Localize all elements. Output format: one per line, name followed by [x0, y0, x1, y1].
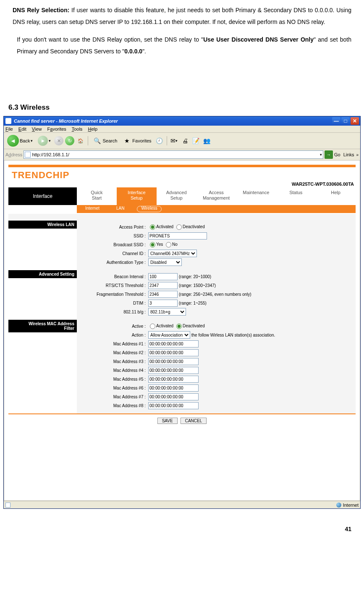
- home-button[interactable]: 🏠: [76, 136, 85, 145]
- address-input[interactable]: http://192.168.1.1/ ▾: [24, 150, 323, 159]
- section-heading: 6.3 Wireless: [8, 103, 364, 112]
- label-dtim: DTIM :: [77, 301, 148, 305]
- subtab-wireless[interactable]: Wireless: [133, 205, 165, 213]
- save-button[interactable]: SAVE: [157, 418, 178, 424]
- go-button[interactable]: →: [325, 150, 333, 159]
- status-text: Internet: [343, 503, 359, 508]
- mac3-input[interactable]: [148, 358, 199, 365]
- status-bar: Internet: [4, 501, 360, 508]
- label-mac1: Mac Address #1 :: [77, 342, 148, 346]
- history-button[interactable]: 🕘: [155, 136, 164, 145]
- forward-button[interactable]: ► ▾: [36, 135, 52, 147]
- tab-interface-setup[interactable]: Interface Setup: [117, 187, 157, 205]
- ssid-input[interactable]: [148, 232, 207, 240]
- label-mac7: Mac Address #7 :: [77, 395, 148, 399]
- tab-status[interactable]: Status: [276, 187, 316, 205]
- rts-input[interactable]: [148, 282, 178, 289]
- auth-select[interactable]: Disabled: [148, 258, 182, 266]
- mac8-input[interactable]: [148, 402, 199, 409]
- label-mac8: Mac Address #8 :: [77, 403, 148, 408]
- label-action: Action :: [77, 333, 148, 337]
- label-ssid: SSID :: [77, 234, 148, 238]
- menu-edit[interactable]: Edit: [18, 126, 26, 132]
- dtim-input[interactable]: [148, 300, 178, 307]
- messenger-button[interactable]: 👥: [202, 136, 212, 145]
- stop-button[interactable]: ✕: [54, 136, 63, 145]
- radio-bssid-no[interactable]: [166, 242, 171, 247]
- menu-help[interactable]: Help: [88, 126, 97, 132]
- search-icon: 🔍: [92, 136, 102, 145]
- edit-button[interactable]: 📝: [191, 136, 201, 145]
- back-button[interactable]: ◄ Back ▾: [5, 134, 34, 147]
- favorites-button[interactable]: ★Favorites: [120, 135, 153, 146]
- frag-input[interactable]: [148, 291, 178, 298]
- back-arrow-icon: ◄: [7, 135, 19, 147]
- menu-tools[interactable]: Tools: [72, 126, 83, 132]
- window-title: Cannot find server - Microsoft Internet …: [13, 118, 332, 124]
- section-advanced: Advanced Setting: [8, 270, 77, 278]
- globe-icon: [336, 503, 341, 508]
- label-channel-id: Channel ID :: [77, 251, 148, 256]
- radio-ap-activated[interactable]: [150, 224, 155, 230]
- search-button[interactable]: 🔍Search: [91, 135, 119, 146]
- tab-help[interactable]: Help: [316, 187, 356, 205]
- tab-quick-start[interactable]: Quick Start: [77, 187, 117, 205]
- minimize-button[interactable]: —: [332, 117, 340, 125]
- separator: [167, 136, 167, 145]
- go-label: Go: [334, 152, 340, 157]
- label-frag: Fragmentation Threshold :: [77, 292, 148, 297]
- mac6-input[interactable]: [148, 384, 199, 392]
- doc-paragraph-dns: DNS Rely Selection: If user wants to dis…: [13, 4, 351, 28]
- mail-button[interactable]: ✉▾: [170, 136, 179, 145]
- tab-access-management[interactable]: Access Management: [196, 187, 236, 205]
- label-mac5: Mac Address #5 :: [77, 377, 148, 382]
- page-icon: [25, 152, 31, 158]
- subtab-lan[interactable]: LAN: [108, 205, 133, 213]
- mode-select[interactable]: 802.11b+g: [148, 308, 186, 316]
- star-icon: ★: [122, 136, 131, 145]
- close-button[interactable]: ✕: [351, 117, 359, 125]
- tab-advanced-setup[interactable]: Advanced Setup: [157, 187, 196, 205]
- subtab-internet[interactable]: Internet: [77, 205, 108, 213]
- page-icon: [5, 503, 10, 508]
- mac1-input[interactable]: [148, 340, 199, 347]
- separator: [88, 136, 88, 145]
- menu-view[interactable]: View: [32, 126, 42, 132]
- chevron-down-icon: ▾: [31, 139, 33, 143]
- radio-bssid-yes[interactable]: [150, 242, 155, 247]
- radio-ap-deactivated[interactable]: [176, 224, 182, 230]
- main-tabs: Interface Quick Start Interface Setup Ad…: [8, 187, 356, 205]
- mac4-input[interactable]: [148, 367, 199, 374]
- dns-bold: DNS Rely Selection:: [13, 7, 69, 13]
- mac7-input[interactable]: [148, 393, 199, 400]
- label-mac3: Mac Address #3 :: [77, 359, 148, 364]
- sub-tabs: Internet LAN Wireless: [8, 205, 356, 213]
- forward-arrow-icon: ►: [38, 136, 48, 146]
- label-rts: RTS/CTS Threshold :: [77, 283, 148, 288]
- channel-select[interactable]: Channel06 2437MHz: [148, 250, 197, 257]
- chevron-down-icon: ▾: [49, 139, 51, 143]
- radio-filter-deactivated[interactable]: [176, 324, 182, 329]
- chevron-down-icon[interactable]: ▾: [320, 153, 322, 157]
- mac2-input[interactable]: [148, 349, 199, 356]
- refresh-button[interactable]: ↻: [65, 136, 74, 145]
- maximize-button[interactable]: □: [341, 117, 350, 125]
- chevron-right-icon[interactable]: »: [356, 153, 359, 157]
- radio-filter-activated[interactable]: [150, 324, 155, 329]
- page-number: 41: [0, 526, 351, 532]
- menu-favorites[interactable]: Favorites: [47, 126, 66, 132]
- section-wireless-lan: Wireless LAN: [8, 221, 77, 229]
- label-active: Active :: [77, 324, 148, 329]
- mac5-input[interactable]: [148, 376, 199, 383]
- firmware-version: WAR25TC-WPT.030606.00TA: [4, 182, 354, 187]
- cancel-button[interactable]: CANCEL: [181, 418, 207, 424]
- links-label[interactable]: Links: [343, 152, 354, 157]
- ie-icon: [5, 118, 11, 124]
- label-beacon: Beacon Interval :: [77, 274, 148, 279]
- label-access-point: Access Point :: [77, 225, 148, 229]
- action-select[interactable]: Allow Association: [148, 331, 190, 339]
- beacon-input[interactable]: [148, 273, 178, 280]
- tab-maintenance[interactable]: Maintenance: [236, 187, 276, 205]
- menu-file[interactable]: File: [5, 126, 13, 132]
- print-button[interactable]: 🖨: [181, 136, 190, 145]
